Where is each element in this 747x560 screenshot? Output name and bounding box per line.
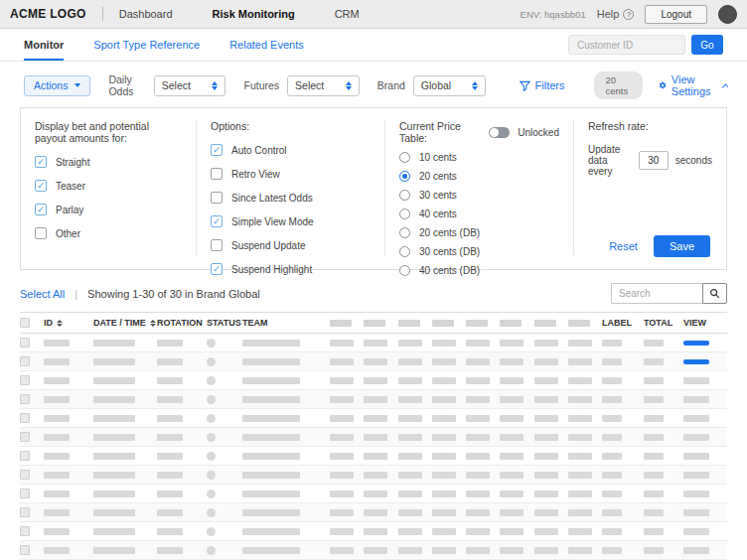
radio-item[interactable]: 20 cents (DB) [399, 227, 559, 238]
futures-select[interactable]: Select [287, 75, 360, 96]
logout-button[interactable]: Logout [645, 5, 707, 24]
checkbox[interactable]: ✓ [211, 263, 223, 275]
radio-button[interactable] [399, 227, 410, 238]
customer-id-input[interactable] [568, 35, 685, 55]
tab-sport-type-reference[interactable]: Sport Type Reference [93, 29, 200, 61]
skeleton-bar [398, 453, 422, 460]
sort-icon[interactable] [57, 320, 63, 327]
row-checkbox[interactable] [20, 394, 30, 404]
table-row[interactable] [20, 371, 727, 390]
checkbox[interactable]: ✓ [35, 180, 47, 192]
row-checkbox[interactable] [20, 356, 30, 366]
checkbox-item[interactable]: Other [35, 227, 182, 239]
row-checkbox[interactable] [20, 432, 30, 442]
row-checkbox[interactable] [20, 413, 30, 423]
checkbox[interactable] [211, 168, 223, 180]
table-row[interactable] [20, 541, 727, 560]
sort-icon[interactable] [150, 320, 156, 327]
checkbox-item[interactable]: ✓ Teaser [35, 180, 182, 192]
go-button[interactable]: Go [691, 35, 723, 55]
radio-button[interactable] [399, 171, 410, 182]
table-row[interactable] [20, 503, 727, 522]
radio-item[interactable]: 30 cents [399, 190, 559, 201]
checkbox-item[interactable]: ✓ Suspend Highlight [211, 263, 371, 275]
row-checkbox[interactable] [20, 375, 30, 385]
help-link[interactable]: Help ? [597, 8, 635, 20]
table-row[interactable] [20, 447, 727, 466]
tab-monitor[interactable]: Monitor [24, 29, 64, 61]
radio-item[interactable]: 40 cents [399, 209, 559, 219]
checkbox[interactable] [35, 227, 47, 239]
row-checkbox[interactable] [20, 470, 30, 480]
select-all-link[interactable]: Select All [20, 288, 65, 300]
table-row[interactable] [20, 390, 727, 409]
view-link-bar[interactable] [683, 341, 709, 346]
table-row[interactable] [20, 352, 727, 371]
filters-button[interactable]: Filters [520, 79, 565, 91]
row-checkbox[interactable] [20, 338, 30, 348]
table-row[interactable] [20, 522, 727, 541]
user-avatar[interactable] [718, 5, 737, 24]
table-cell [242, 490, 330, 497]
radio-item[interactable]: 10 cents [399, 152, 559, 163]
column-header[interactable]: DATE / TIME [93, 318, 157, 328]
view-settings-button[interactable]: View Settings [659, 73, 727, 97]
daily-odds-select[interactable]: Select [154, 75, 226, 96]
checkbox[interactable]: ✓ [35, 156, 47, 168]
checkbox[interactable] [211, 239, 223, 251]
topnav-item[interactable]: Dashboard [119, 8, 173, 20]
skeleton-bar [364, 547, 387, 554]
column-header[interactable]: ID [44, 318, 93, 328]
help-icon[interactable]: ? [623, 9, 634, 20]
checkbox-item[interactable]: Retro View [211, 168, 371, 180]
checkbox-item[interactable]: ✓ Simple View Mode [211, 215, 371, 227]
table-row[interactable] [20, 485, 727, 503]
checkbox[interactable]: ✓ [211, 144, 223, 156]
row-checkbox[interactable] [20, 507, 30, 517]
row-checkbox[interactable] [20, 489, 30, 498]
tab-related-events[interactable]: Related Events [229, 29, 304, 61]
checkbox-item[interactable]: Suspend Update [211, 239, 371, 251]
table-row[interactable] [20, 466, 727, 485]
checkbox-item[interactable]: ✓ Auto Control [211, 144, 371, 156]
search-button[interactable] [702, 283, 727, 304]
table-cell [93, 358, 157, 365]
skeleton-bar [93, 377, 135, 384]
row-checkbox[interactable] [20, 526, 30, 536]
price-lock-toggle[interactable] [489, 127, 510, 138]
reset-button[interactable]: Reset [609, 240, 638, 252]
select-all-checkbox[interactable] [20, 318, 30, 328]
table-row[interactable] [20, 428, 727, 447]
brand-select[interactable]: Global [413, 75, 486, 96]
radio-button[interactable] [399, 209, 410, 219]
checkbox[interactable]: ✓ [211, 215, 223, 227]
radio-item[interactable]: 30 cents (DB) [399, 246, 559, 257]
view-link-bar[interactable] [683, 359, 709, 364]
radio-button[interactable] [399, 152, 410, 163]
skeleton-bar [466, 396, 490, 403]
radio-button[interactable] [399, 246, 410, 257]
radio-label: 10 cents [419, 152, 457, 163]
table-row[interactable] [20, 334, 727, 352]
checkbox[interactable]: ✓ [35, 204, 47, 215]
skeleton-bar [44, 377, 70, 384]
row-checkbox[interactable] [20, 545, 30, 555]
search-input[interactable] [611, 283, 702, 304]
topnav-item[interactable]: Risk Monitoring [213, 8, 295, 20]
row-checkbox[interactable] [20, 451, 30, 461]
save-button[interactable]: Save [654, 235, 710, 257]
radio-item[interactable]: 20 cents [399, 171, 559, 182]
refresh-seconds-input[interactable] [639, 151, 669, 170]
checkbox-item[interactable]: ✓ Straight [35, 156, 182, 168]
checkbox[interactable] [211, 192, 223, 204]
actions-button[interactable]: Actions [24, 75, 90, 96]
checkbox-item[interactable]: ✓ Parlay [35, 204, 182, 215]
table-cell [93, 377, 157, 384]
checkbox-item[interactable]: Since Latest Odds [211, 192, 371, 204]
radio-button[interactable] [399, 265, 410, 276]
table-row[interactable] [20, 409, 727, 428]
table-cell [500, 396, 533, 403]
radio-item[interactable]: 40 cents (DB) [399, 265, 559, 276]
topnav-item[interactable]: CRM [335, 8, 360, 20]
radio-button[interactable] [399, 190, 410, 201]
